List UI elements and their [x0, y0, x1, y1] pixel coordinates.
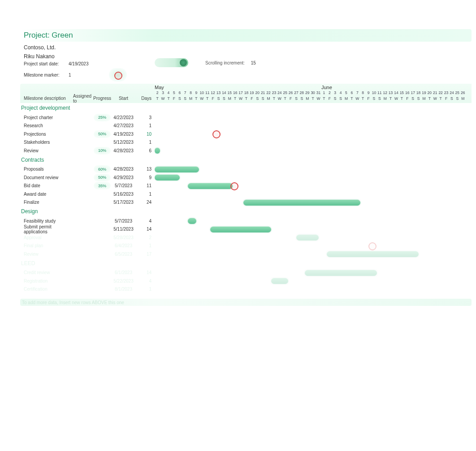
gantt-bar[interactable]: [271, 278, 288, 284]
day-number: 24: [277, 90, 282, 96]
task-row[interactable]: Finalize5/17/202324: [20, 198, 155, 207]
gantt-bar[interactable]: [243, 200, 360, 206]
task-start[interactable]: 4/29/2023: [111, 175, 136, 180]
gantt-bar[interactable]: [305, 270, 377, 276]
marker-value[interactable]: 1: [69, 73, 95, 77]
task-row[interactable]: Credit review6/1/202314: [20, 269, 155, 277]
task-progress[interactable]: 50%: [93, 174, 111, 181]
day-letter: S: [333, 96, 338, 102]
task-days[interactable]: 1: [136, 287, 151, 292]
task-days[interactable]: 14: [136, 227, 151, 232]
task-days[interactable]: 10: [136, 132, 151, 137]
task-start[interactable]: 5/11/2023: [111, 227, 136, 232]
task-row[interactable]: Feasibility study5/7/20234: [20, 217, 155, 225]
day-letter: T: [271, 96, 277, 102]
task-desc: Registration: [20, 279, 73, 283]
task-row[interactable]: Final plan6/4/20231: [20, 242, 155, 250]
day-letter: F: [366, 96, 371, 102]
task-row[interactable]: Proposals60%4/28/202313: [20, 165, 155, 174]
task-days[interactable]: 4: [136, 219, 151, 223]
task-row[interactable]: Review6/5/202317: [20, 250, 155, 258]
task-days[interactable]: 4: [136, 279, 151, 283]
task-start[interactable]: 5/28/2023: [111, 235, 136, 240]
task-progress[interactable]: 50%: [93, 130, 111, 138]
task-start[interactable]: 4/19/2023: [111, 132, 136, 137]
task-days[interactable]: 3: [136, 115, 151, 120]
day-letter: M: [305, 96, 310, 102]
day-letter: S: [410, 96, 415, 102]
task-progress[interactable]: 25%: [93, 114, 111, 121]
task-days[interactable]: 1: [136, 192, 151, 197]
start-date-value[interactable]: 4/19/2023: [69, 61, 95, 66]
day-letter: M: [266, 96, 271, 102]
gantt-row: [155, 217, 472, 225]
task-days[interactable]: 24: [136, 200, 151, 205]
day-letter: T: [282, 96, 288, 102]
task-start[interactable]: 4/28/2023: [111, 148, 136, 153]
task-start[interactable]: 5/7/2023: [111, 183, 136, 188]
scroll-value[interactable]: 15: [251, 60, 256, 65]
task-start[interactable]: 6/1/2023: [111, 270, 136, 275]
task-row[interactable]: Project charter25%4/22/20233: [20, 113, 155, 122]
scroll-slider[interactable]: [155, 58, 188, 67]
task-progress[interactable]: 35%: [93, 182, 111, 189]
day-letter: S: [260, 96, 265, 102]
task-days[interactable]: 11: [136, 183, 151, 188]
task-start[interactable]: 5/17/2023: [111, 200, 136, 205]
task-days[interactable]: 6: [136, 148, 151, 153]
task-row[interactable]: Review10%4/28/20236: [20, 146, 155, 155]
task-start[interactable]: 5/12/2023: [111, 140, 136, 145]
gantt-bar[interactable]: [155, 175, 180, 180]
task-days[interactable]: 1: [136, 123, 151, 128]
task-start[interactable]: 6/5/2023: [111, 252, 136, 257]
task-start[interactable]: 5/7/2023: [111, 219, 136, 223]
task-row[interactable]: Bid date35%5/7/202311: [20, 182, 155, 190]
day-number: 18: [243, 90, 249, 96]
task-row[interactable]: Approval5/28/20232: [20, 233, 155, 242]
day-letter: S: [371, 96, 376, 102]
task-start[interactable]: 8/1/2023: [111, 287, 136, 292]
gantt-bar[interactable]: [188, 183, 232, 189]
task-row[interactable]: Projections50%4/19/202310: [20, 130, 155, 138]
task-start[interactable]: 4/27/2023: [111, 123, 136, 128]
task-start[interactable]: 5/16/2023: [111, 192, 136, 197]
gantt-bar[interactable]: [296, 235, 319, 241]
day-number: 24: [449, 90, 454, 96]
day-letter: F: [210, 96, 216, 102]
task-progress[interactable]: 10%: [93, 147, 111, 155]
task-row[interactable]: Certification8/1/20231: [20, 285, 155, 294]
task-row[interactable]: Submit permit applications5/11/202314: [20, 225, 155, 234]
task-progress[interactable]: 60%: [93, 165, 111, 173]
day-number: 18: [415, 90, 421, 96]
task-days[interactable]: 2: [136, 235, 151, 240]
task-start[interactable]: 4/22/2023: [111, 115, 136, 120]
day-number: 8: [360, 90, 365, 96]
day-number: 3: [160, 90, 165, 96]
task-days[interactable]: 14: [136, 270, 151, 275]
task-row[interactable]: Research4/27/20231: [20, 122, 155, 130]
gantt-bar[interactable]: [327, 251, 419, 257]
task-row[interactable]: Award date5/16/20231: [20, 190, 155, 198]
task-start[interactable]: 6/4/2023: [111, 243, 136, 248]
gantt-bar[interactable]: [188, 218, 196, 224]
gantt-bar[interactable]: [155, 148, 160, 154]
task-row[interactable]: Stakeholders5/12/20231: [20, 138, 155, 147]
gantt-bar[interactable]: [155, 167, 199, 172]
gantt-bar[interactable]: [210, 227, 271, 232]
task-days[interactable]: 9: [136, 175, 151, 180]
task-start[interactable]: 4/28/2023: [111, 167, 136, 172]
day-number: 12: [382, 90, 388, 96]
day-number: 31: [316, 90, 321, 96]
task-desc: Feasibility study: [20, 219, 73, 223]
scroll-thumb-icon[interactable]: [180, 59, 187, 66]
task-days[interactable]: 1: [136, 140, 151, 145]
task-days[interactable]: 17: [136, 252, 151, 257]
task-days[interactable]: 1: [136, 243, 151, 248]
task-days[interactable]: 13: [136, 167, 151, 172]
day-letter: T: [321, 96, 327, 102]
task-start[interactable]: 5/22/2023: [111, 279, 136, 283]
gantt-row: [155, 113, 472, 122]
month-label: May: [155, 85, 321, 90]
task-row[interactable]: Document review50%4/29/20239: [20, 173, 155, 182]
task-row[interactable]: Registration5/22/20234: [20, 277, 155, 285]
